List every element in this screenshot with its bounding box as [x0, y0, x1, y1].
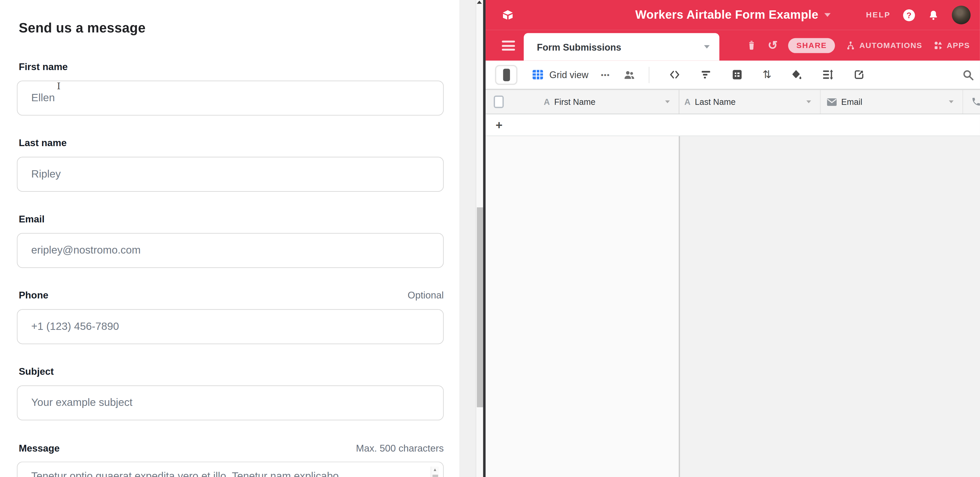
page-title: Send us a message — [19, 21, 146, 36]
scroll-up-icon[interactable]: ▲ — [432, 467, 438, 472]
contact-form-page: Send us a message First name I Last name… — [0, 0, 459, 477]
single-line-text-icon: A — [684, 97, 690, 106]
chevron-down-icon[interactable] — [949, 100, 953, 103]
group-icon[interactable] — [731, 69, 743, 81]
chevron-down-icon — [824, 13, 830, 17]
view-more-icon[interactable]: ••• — [601, 71, 610, 78]
airtable-window: Workers Airtable Form Example HELP ? For… — [485, 0, 980, 477]
grid-body-primary-column — [485, 136, 680, 477]
last-name-input[interactable] — [17, 157, 444, 192]
column-header-last-name[interactable]: A Last Name — [679, 90, 821, 114]
search-icon[interactable] — [962, 68, 974, 81]
notifications-bell-icon[interactable] — [928, 9, 940, 21]
help-question-icon[interactable]: ? — [903, 9, 915, 21]
add-record-row[interactable]: + — [485, 114, 980, 136]
menu-icon[interactable] — [502, 41, 515, 51]
window-divider — [483, 0, 485, 477]
phone-label: Phone — [19, 290, 48, 301]
first-name-input[interactable] — [17, 81, 444, 116]
page-scrollbar-thumb[interactable] — [477, 208, 483, 407]
message-maxchars-hint: Max. 500 characters — [356, 443, 444, 454]
table-tab-label: Form Submissions — [537, 41, 621, 52]
user-avatar[interactable] — [952, 6, 970, 24]
sort-icon[interactable]: ⇅ — [762, 69, 771, 80]
email-icon — [827, 98, 837, 106]
apps-label: APPS — [947, 41, 970, 50]
single-line-text-icon: A — [544, 97, 550, 106]
filter-icon[interactable] — [700, 69, 712, 81]
column-header-phone[interactable]: Phone — [963, 90, 980, 114]
collaborators-icon[interactable] — [623, 68, 636, 81]
scrollbar-up-arrow-icon[interactable] — [477, 0, 482, 4]
message-input[interactable] — [17, 462, 444, 477]
message-label: Message — [19, 443, 60, 454]
phone-optional-hint: Optional — [408, 290, 444, 301]
text-cursor-icon: I — [57, 81, 60, 92]
column-header-email[interactable]: Email — [821, 90, 963, 114]
apps-button[interactable]: APPS — [933, 40, 970, 50]
column-header-first-name[interactable]: A First Name — [485, 90, 679, 114]
base-title: Workers Airtable Form Example — [635, 8, 818, 22]
view-name[interactable]: Grid view — [549, 69, 589, 80]
email-label: Email — [19, 214, 45, 225]
view-sidebar-toggle[interactable] — [495, 65, 517, 85]
grid-body — [485, 136, 980, 477]
airtable-viewbar: Grid view ••• — [485, 60, 980, 89]
hide-fields-icon[interactable] — [669, 69, 681, 81]
subject-input[interactable] — [17, 385, 444, 420]
screen: Send us a message First name I Last name… — [0, 0, 980, 477]
grid-header-row: A First Name A Last Name Email — [485, 89, 980, 114]
share-view-icon[interactable] — [853, 69, 865, 81]
message-scrollbar-thumb[interactable] — [432, 475, 438, 477]
email-input[interactable] — [17, 233, 444, 268]
grid-view-icon — [532, 69, 544, 81]
phone-icon — [971, 97, 980, 107]
panel-toggle-icon — [503, 68, 509, 81]
history-icon[interactable]: ↺ — [768, 40, 778, 51]
tab-form-submissions[interactable]: Form Submissions — [524, 33, 719, 61]
page-gutter — [459, 0, 476, 477]
toolbar-divider — [649, 67, 649, 83]
message-scrollbar[interactable]: ▲ — [431, 467, 439, 477]
help-button[interactable]: HELP — [866, 11, 891, 19]
phone-input[interactable] — [17, 309, 444, 344]
color-icon[interactable] — [791, 69, 803, 81]
message-field-wrap: ▲ — [17, 462, 444, 477]
chevron-down-icon[interactable] — [806, 100, 811, 103]
airtable-titlebar: Workers Airtable Form Example HELP ? — [485, 0, 980, 30]
select-all-checkbox[interactable] — [494, 95, 504, 108]
trash-icon[interactable] — [746, 40, 757, 51]
chevron-down-icon — [704, 45, 710, 49]
airtable-tabbar: Form Submissions ↺ SHARE — [485, 30, 980, 61]
automations-label: AUTOMATIONS — [859, 41, 922, 50]
row-height-icon[interactable] — [822, 69, 834, 81]
first-name-label: First name — [19, 61, 68, 73]
share-button[interactable]: SHARE — [788, 38, 835, 53]
subject-label: Subject — [19, 366, 54, 377]
chevron-down-icon[interactable] — [665, 100, 670, 103]
last-name-label: Last name — [19, 137, 67, 149]
automations-button[interactable]: AUTOMATIONS — [846, 40, 922, 50]
plus-icon[interactable]: + — [496, 119, 503, 131]
